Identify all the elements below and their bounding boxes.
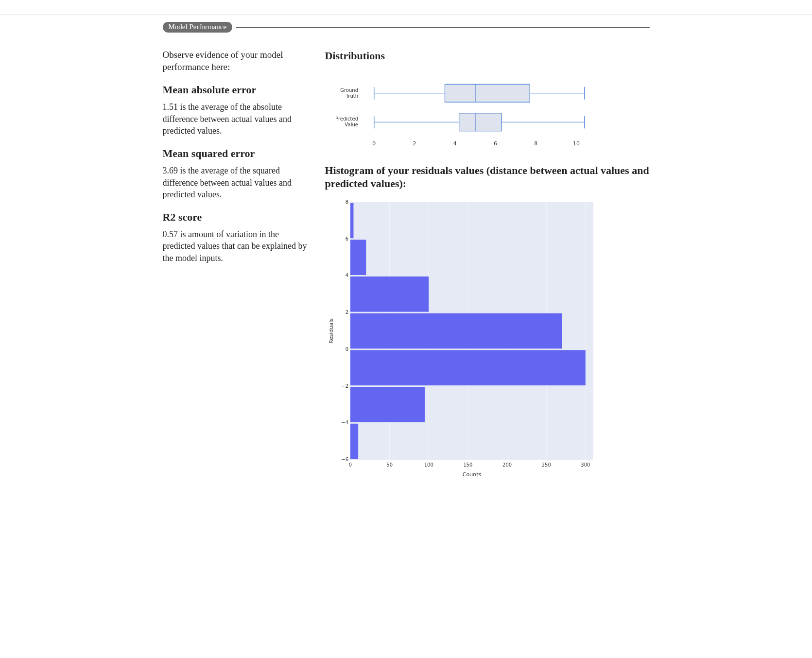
- svg-text:0: 0: [345, 346, 348, 351]
- svg-rect-47: [350, 350, 586, 385]
- svg-rect-10: [459, 113, 501, 131]
- svg-rect-48: [350, 387, 425, 422]
- svg-text:2: 2: [413, 140, 416, 147]
- svg-text:250: 250: [541, 462, 551, 468]
- svg-rect-3: [445, 84, 530, 102]
- mae-description: 1.51 is the average of the absolute diff…: [163, 101, 313, 137]
- svg-text:200: 200: [502, 462, 512, 468]
- svg-rect-49: [350, 423, 358, 459]
- intro-text: Observe evidence of your model performan…: [163, 49, 313, 73]
- r2-description: 0.57 is amount of variation in the predi…: [163, 228, 313, 264]
- section-pill: Model Performance: [163, 22, 233, 33]
- svg-text:8: 8: [345, 199, 348, 205]
- svg-text:Residuals: Residuals: [328, 318, 334, 343]
- svg-text:−6: −6: [341, 457, 348, 462]
- charts-column: Distributions GroundTruthPredictedValue0…: [325, 49, 650, 479]
- svg-text:4: 4: [453, 140, 456, 147]
- mae-heading: Mean absolute error: [163, 84, 313, 96]
- svg-text:−2: −2: [341, 383, 348, 388]
- boxplot-chart: GroundTruthPredictedValue0246810: [325, 71, 597, 149]
- distributions-heading: Distributions: [325, 49, 650, 63]
- histogram-heading: Histogram of your residuals values (dist…: [325, 164, 650, 190]
- svg-text:Truth: Truth: [345, 93, 358, 98]
- metrics-column: Observe evidence of your model performan…: [163, 49, 313, 267]
- svg-rect-43: [350, 203, 353, 238]
- svg-rect-46: [350, 313, 562, 348]
- mse-description: 3.69 is the average of the squared diffe…: [163, 165, 313, 200]
- svg-text:50: 50: [386, 462, 393, 468]
- svg-text:100: 100: [424, 462, 433, 468]
- mse-heading: Mean squared error: [163, 147, 313, 160]
- svg-text:6: 6: [345, 236, 348, 241]
- svg-text:Counts: Counts: [462, 471, 481, 478]
- residuals-histogram-chart: 050100150200250300−6−4−202468CountsResid…: [325, 199, 597, 479]
- section-header: Model Performance: [163, 22, 650, 33]
- svg-text:10: 10: [573, 140, 580, 147]
- svg-text:300: 300: [581, 462, 590, 468]
- svg-text:0: 0: [372, 140, 376, 147]
- svg-text:8: 8: [534, 140, 537, 147]
- svg-text:6: 6: [494, 140, 497, 147]
- svg-text:0: 0: [348, 462, 351, 468]
- section-divider-line: [236, 27, 649, 28]
- svg-text:Ground: Ground: [340, 87, 358, 92]
- svg-text:2: 2: [345, 310, 348, 315]
- svg-text:Predicted: Predicted: [335, 116, 358, 121]
- r2-heading: R2 score: [163, 211, 313, 224]
- svg-text:4: 4: [345, 273, 348, 278]
- svg-text:150: 150: [463, 462, 472, 468]
- svg-rect-45: [350, 276, 429, 312]
- svg-text:−4: −4: [341, 420, 348, 425]
- svg-text:Value: Value: [345, 122, 358, 127]
- svg-rect-44: [350, 240, 366, 275]
